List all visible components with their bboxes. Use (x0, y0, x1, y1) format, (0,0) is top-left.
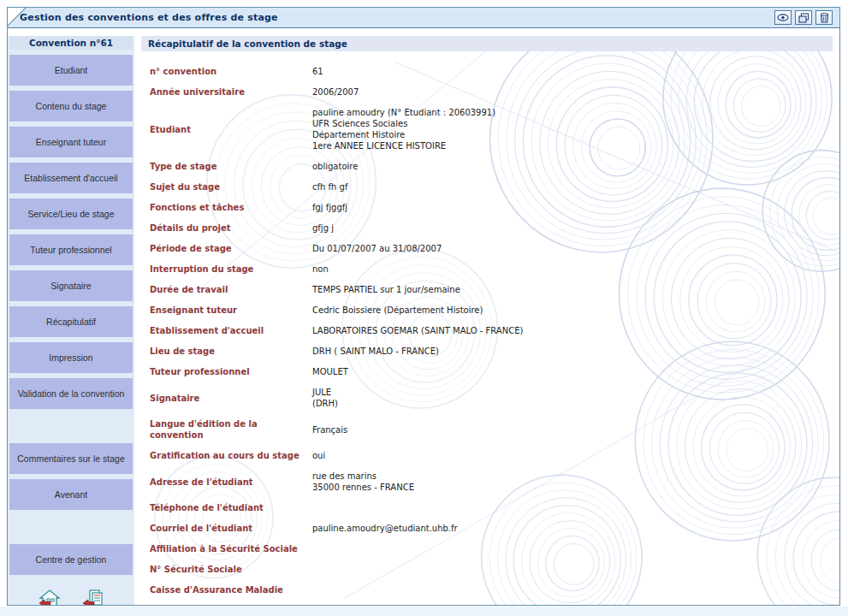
window-body: Convention n°61 Etudiant Contenu du stag… (8, 28, 839, 606)
field-label: Convention validée (150, 605, 312, 606)
field-value: rue des marins 35000 rennes - FRANCE (312, 471, 414, 493)
field-value: DRH ( SAINT MALO - FRANCE) (312, 346, 439, 357)
sidebar-item[interactable]: Service/Lieu de stage (9, 198, 133, 229)
field-label: Période de stage (150, 243, 312, 254)
page-title: Récapitulatif de la convention de stage (141, 36, 833, 51)
summary-rows: n° convention 61 Année universitaire 200… (141, 62, 833, 606)
field-label: Etablissement d'accueil (150, 325, 312, 336)
field-value: cfh fh gf (312, 181, 347, 192)
sidebar-item[interactable]: Validation de la convention (9, 378, 133, 409)
documents-return-icon (81, 589, 104, 606)
summary-row: Etablissement d'accueil LABORATOIRES GOE… (150, 321, 833, 341)
sidebar-item[interactable]: Commentaires sur le stage (9, 443, 133, 474)
sidebar-item[interactable]: Signataire (9, 270, 133, 301)
titlebar-toolbar (774, 10, 833, 25)
sidebar-item[interactable]: Etudiant (9, 55, 133, 86)
summary-row: Téléphone de l'étudiant (150, 498, 833, 518)
eye-icon (777, 13, 789, 22)
summary-row: Interruption du stage non (150, 259, 833, 280)
field-label: n° convention (150, 66, 312, 77)
field-label: Fonctions et tâches (150, 202, 312, 213)
sidebar-item[interactable]: Avenant (9, 479, 133, 510)
summary-row: Caisse d'Assurance Maladie (150, 580, 833, 601)
summary-row: Fonctions et tâches fgj fjggfj (150, 198, 833, 218)
sidebar-item-label: Récapitulatif (46, 317, 96, 327)
sidebar-item[interactable]: Enseignant tuteur (9, 127, 133, 157)
summary-row: N° Sécurité Sociale (150, 560, 833, 580)
field-value: 61 (312, 66, 323, 77)
field-value: TEMPS PARTIEL sur 1 jour/semaine (312, 284, 460, 295)
summary-row: Signataire JULE (DRH) (150, 382, 833, 414)
field-label: Langue d'édition de la convention (150, 418, 312, 441)
field-value: pauline.amoudry@etudiant.uhb.fr (312, 523, 458, 534)
application-window: { "window": { "title": "Gestion des conv… (0, 0, 848, 616)
sidebar-item-label: Contenu du stage (36, 101, 107, 111)
convention-number-header: Convention n°61 (9, 36, 133, 50)
window-title: Gestion des conventions et des offres de… (20, 12, 278, 23)
field-label: Durée de travail (150, 284, 312, 295)
summary-row: Adresse de l'étudiant rue des marins 350… (150, 466, 833, 498)
summary-row: Affiliation à la Sécurité Sociale (150, 539, 833, 560)
sidebar: Convention n°61 Etudiant Contenu du stag… (8, 36, 134, 606)
field-label: Etudiant (150, 124, 312, 135)
summary-row: Enseignant tuteur Cedric Boissiere (Dépa… (150, 300, 833, 321)
sidebar-item-label: Impression (49, 352, 92, 363)
back-list-button[interactable] (81, 589, 104, 606)
summary-row: Courriel de l'étudiant pauline.amoudry@e… (150, 518, 833, 539)
field-value: oui (312, 605, 325, 606)
field-label: Type de stage (150, 161, 312, 172)
sidebar-item[interactable]: Centre de gestion (9, 544, 133, 575)
print-button[interactable] (795, 10, 812, 25)
sidebar-item-label: Commentaires sur le stage (17, 453, 124, 464)
field-value: non (312, 264, 329, 275)
field-label: Tuteur professionnel (150, 366, 312, 377)
delete-button[interactable] (815, 10, 833, 25)
field-value: LABORATOIRES GOEMAR (SAINT MALO - FRANCE… (312, 325, 523, 336)
summary-row: Langue d'édition de la convention França… (150, 414, 833, 446)
summary-row: n° convention 61 (150, 62, 833, 82)
summary-row: Gratification au cours du stage oui (150, 446, 833, 466)
field-label: Signataire (150, 393, 312, 404)
titlebar: Gestion des conventions et des offres de… (8, 8, 839, 28)
sidebar-item[interactable]: Etablissement d'accueil (9, 163, 133, 193)
sidebar-item[interactable]: Impression (9, 342, 133, 373)
bottom-strip (0, 607, 848, 616)
summary-row: Type de stage obligatoire (150, 157, 833, 177)
summary-row: Période de stage Du 01/07/2007 au 31/08/… (150, 239, 833, 259)
field-value: Cedric Boissiere (Département Histoire) (312, 305, 483, 316)
field-label: Affiliation à la Sécurité Sociale (150, 543, 312, 554)
sidebar-item-label: Tuteur professionnel (30, 245, 111, 255)
field-value: Du 01/07/2007 au 31/08/2007 (312, 243, 442, 254)
sidebar-item-label: Validation de la convention (18, 388, 125, 399)
sidebar-item-label: Service/Lieu de stage (28, 209, 115, 219)
sidebar-item-label: Enseignant tuteur (36, 137, 106, 147)
field-label: Détails du projet (150, 222, 312, 234)
summary-row: Année universitaire 2006/2007 (150, 82, 833, 103)
field-value: JULE (DRH) (312, 387, 338, 409)
field-value: 2006/2007 (312, 86, 359, 98)
summary-row: Etudiant pauline amoudry (N° Etudiant : … (150, 103, 833, 157)
sidebar-item-label: Avenant (55, 489, 87, 500)
corner-notch (7, 7, 27, 27)
field-value: gfjg j (312, 222, 334, 234)
summary-row: Sujet du stage cfh fh gf (150, 177, 833, 198)
sidebar-item[interactable]: Contenu du stage (9, 91, 133, 121)
field-label: Sujet du stage (150, 181, 312, 192)
field-label: Courriel de l'étudiant (150, 523, 312, 534)
field-label: Gratification au cours du stage (150, 450, 312, 461)
sidebar-item-label: Centre de gestion (36, 554, 107, 565)
sidebar-item[interactable]: Récapitulatif (9, 306, 133, 337)
field-value: MOULET (312, 366, 348, 377)
back-home-button[interactable] (39, 589, 61, 606)
sidebar-item[interactable]: Tuteur professionnel (9, 234, 133, 265)
field-label: Année universitaire (150, 86, 312, 98)
summary-row: Détails du projet gfjg j (150, 218, 833, 239)
printer-icon (798, 13, 809, 23)
field-value: fgj fjggfj (312, 202, 347, 213)
preview-button[interactable] (774, 10, 792, 25)
main-content: Récapitulatif de la convention de stage … (141, 36, 839, 606)
field-value: Français (312, 424, 347, 435)
field-value: pauline amoudry (N° Etudiant : 20603991)… (312, 107, 495, 151)
summary-row: Lieu de stage DRH ( SAINT MALO - FRANCE) (150, 341, 833, 362)
sidebar-item-label: Signataire (50, 281, 91, 291)
